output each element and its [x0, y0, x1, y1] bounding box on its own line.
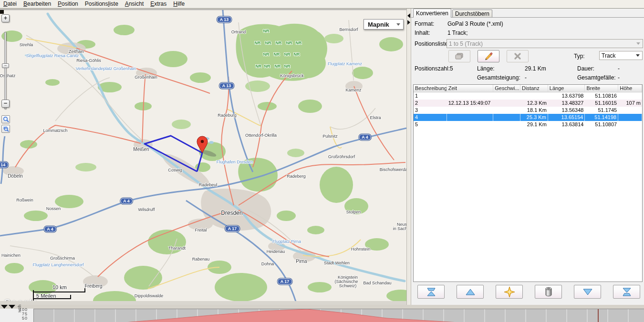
table-header[interactable]: BeschreibungZeitGeschwi...DistanzLängeBr… [414, 85, 642, 92]
table-cell[interactable] [447, 92, 494, 100]
menu-item-bearbeiten[interactable]: Bearbeiten [20, 0, 54, 8]
table-cell[interactable]: 5 [414, 121, 447, 128]
star-icon [504, 286, 515, 298]
table-cell[interactable] [447, 107, 494, 114]
format-label: Format: [415, 20, 434, 27]
table-cell[interactable]: 2 [414, 100, 447, 107]
table-cell[interactable]: 12.3 Km [520, 100, 548, 107]
table-cell[interactable] [493, 121, 520, 128]
content-value: 1 Track; [447, 30, 468, 36]
descent-label: Gesamtgefälle: [577, 74, 616, 81]
table-cell[interactable]: 3 [414, 107, 447, 114]
poslist-label: Positionsliste: [415, 40, 449, 47]
delete-button[interactable] [535, 285, 562, 299]
table-cell[interactable]: 29.1 Km [520, 121, 548, 128]
menu-item-hilfe[interactable]: Hilfe [170, 0, 188, 8]
pencil-icon [484, 52, 493, 60]
table-row[interactable]: 529.1 Km13.6381451.10807 [414, 121, 642, 128]
table-cell[interactable] [493, 107, 520, 114]
column-header[interactable]: Höhe [618, 85, 642, 92]
column-header[interactable]: Zeit [447, 85, 494, 92]
zoom-selection-button[interactable] [1, 115, 10, 123]
trash-cylinder-icon [544, 287, 553, 297]
table-cell[interactable] [618, 114, 642, 121]
tab-konvertieren[interactable]: Konvertieren [413, 9, 451, 18]
magnifier-lines-icon [3, 126, 9, 132]
table-cell[interactable]: 13.63814 [548, 121, 585, 128]
collapse-down-icon[interactable] [1, 305, 8, 309]
table-cell[interactable] [618, 92, 642, 100]
table-cell[interactable] [493, 114, 520, 121]
table-row[interactable]: 212.12.13 15:49:0712.3 Km13.4832751.1601… [414, 100, 642, 107]
zoom-extent-button[interactable] [1, 125, 10, 133]
column-header[interactable]: Länge [548, 85, 585, 92]
positions-label: Positionszahl: [415, 65, 450, 72]
map-view[interactable]: StrehlaZeithainSegelflugplatz Riesa-Cani… [0, 10, 406, 301]
table-cell[interactable]: 1 [414, 92, 447, 100]
collapse-right-icon[interactable] [407, 20, 410, 25]
map-layer-select[interactable]: Mapnik [364, 19, 404, 30]
table-cell[interactable]: 13.65154 [548, 114, 585, 121]
chevron-down-icon [636, 54, 640, 57]
move-up-button[interactable] [457, 285, 484, 299]
column-header[interactable]: Distanz [520, 85, 548, 92]
column-header[interactable]: Beschreibung [414, 85, 447, 92]
zoom-in-button[interactable]: + [1, 14, 10, 22]
table-cell[interactable]: 51.10807 [585, 121, 618, 128]
collapse-left-icon[interactable] [407, 13, 410, 18]
table-cell[interactable]: 13.48327 [548, 100, 585, 107]
table-cell[interactable]: 107 m [618, 100, 642, 107]
position-table[interactable]: BeschreibungZeitGeschwi...DistanzLängeBr… [413, 84, 643, 282]
horizontal-splitter[interactable] [0, 305, 644, 309]
move-to-bottom-icon [621, 287, 633, 297]
table-cell[interactable]: 51.1745 [585, 107, 618, 114]
map-layer-value: Mapnik [364, 21, 396, 28]
menu-item-position[interactable]: Position [54, 0, 82, 8]
typ-label: Typ: [574, 53, 585, 60]
length-label: Länge: [477, 65, 495, 72]
column-header[interactable]: Breite [585, 85, 618, 92]
table-cell[interactable] [493, 92, 520, 100]
move-to-top-button[interactable] [417, 285, 445, 299]
menu-item-ansicht[interactable]: Ansicht [122, 0, 147, 8]
move-up-icon [465, 287, 476, 297]
zoom-slider-track[interactable] [4, 32, 6, 109]
table-cell[interactable]: 51.14198 [585, 114, 618, 121]
table-cell[interactable]: 12.12.13 15:49:07 [447, 100, 494, 107]
menu-item-positionsliste[interactable]: Positionsliste [82, 0, 122, 8]
menu-item-datei[interactable]: Datei [0, 0, 20, 8]
table-cell[interactable] [520, 92, 548, 100]
tab-durchstoebern[interactable]: Durchstöbern [452, 10, 492, 18]
duration-value: - [618, 65, 620, 72]
table-cell[interactable]: 51.10816 [585, 92, 618, 100]
add-position-button[interactable] [496, 285, 523, 299]
table-cell[interactable]: 4 [414, 114, 447, 121]
content-label: Inhalt: [415, 30, 430, 36]
typ-value: Track [600, 52, 636, 59]
table-cell[interactable] [447, 121, 494, 128]
chevron-down-icon [396, 23, 400, 26]
menu-bar: DateiBearbeitenPositionPositionslisteAns… [0, 0, 644, 9]
column-header[interactable]: Geschwi... [493, 85, 520, 92]
table-cell[interactable]: 51.16015 [585, 100, 618, 107]
move-to-bottom-button[interactable] [613, 285, 640, 299]
ascent-label: Gesamtsteigung: [477, 74, 520, 81]
table-cell[interactable] [493, 100, 520, 107]
table-row[interactable]: 425.3 Km13.6515451.14198 [414, 114, 642, 121]
edit-position-button[interactable] [478, 50, 499, 62]
zoom-out-button[interactable]: − [1, 100, 10, 108]
menu-item-extras[interactable]: Extras [147, 0, 170, 8]
table-cell[interactable] [618, 107, 642, 114]
table-cell[interactable]: 18.1 Km [520, 107, 548, 114]
zoom-slider-handle[interactable]: – [2, 63, 9, 68]
table-cell[interactable]: 25.3 Km [520, 114, 548, 121]
move-down-button[interactable] [574, 285, 601, 299]
typ-combo[interactable]: Track [599, 51, 643, 60]
table-cell[interactable]: 13.63798 [548, 92, 585, 100]
table-cell[interactable]: 13.56348 [548, 107, 585, 114]
table-cell[interactable] [447, 114, 494, 121]
table-row[interactable]: 318.1 Km13.5634851.1745 [414, 107, 642, 114]
table-row[interactable]: 113.6379851.10816 [414, 92, 642, 100]
vertical-splitter[interactable] [406, 9, 411, 305]
table-cell[interactable] [618, 121, 642, 128]
